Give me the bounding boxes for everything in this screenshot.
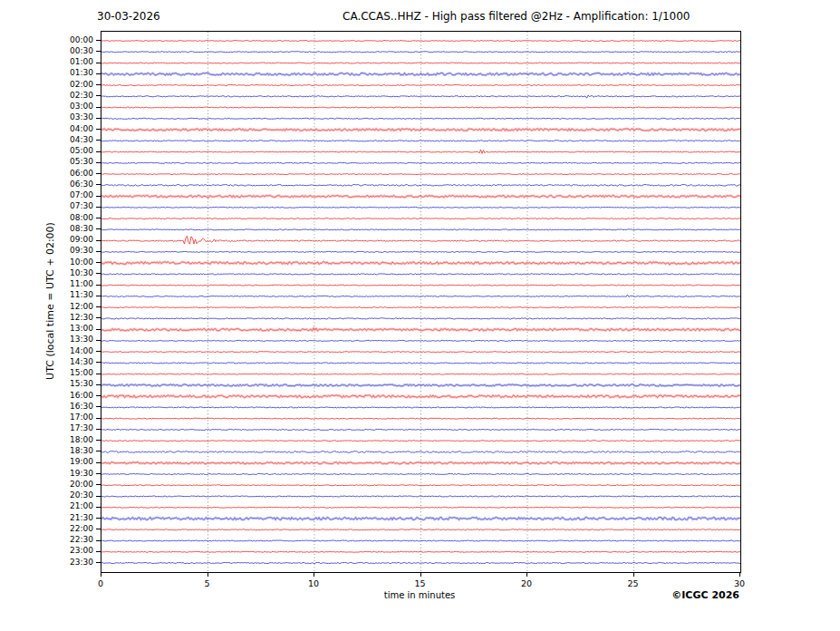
y-tick-mark [96,140,101,141]
x-tick-mark [314,573,314,577]
y-tick-label: 02:30 [0,91,93,101]
trace-row-0100 [101,63,740,63]
y-tick-label: 10:00 [0,257,93,267]
trace-row-1700 [101,418,740,419]
trace-row-0430 [101,141,740,141]
trace-row-0330 [101,118,740,119]
y-tick-label: 16:00 [0,391,93,401]
trace-row-0830 [101,229,740,230]
y-tick-label: 08:00 [0,213,93,223]
trace-row-0900 [101,236,740,244]
x-tick-label: 10 [297,578,330,588]
trace-row-0030 [101,52,740,53]
y-tick-label: 11:00 [0,279,93,289]
y-tick-mark [96,406,101,407]
y-tick-mark [96,173,101,174]
y-tick-label: 10:30 [0,268,93,278]
y-tick-mark [96,340,101,341]
x-tick-label: 15 [404,578,437,588]
y-tick-label: 01:30 [0,68,93,78]
y-tick-label: 20:00 [0,480,93,490]
y-tick-mark [96,151,101,152]
trace-row-2030 [101,496,740,497]
trace-row-1930 [101,473,740,474]
trace-row-0600 [101,174,740,175]
y-tick-mark [96,63,101,63]
y-tick-mark [96,40,101,41]
y-tick-mark [96,95,101,96]
copyright-label: ©ICGC 2026 [603,589,739,601]
trace-row-1500 [101,374,740,374]
trace-row-1730 [101,429,740,430]
x-tick-mark [739,573,740,577]
y-tick-label: 06:30 [0,180,93,189]
y-tick-label: 15:00 [0,368,93,378]
trace-row-1230 [101,318,740,319]
y-tick-label: 19:00 [0,457,93,467]
trace-row-1330 [101,340,740,341]
y-tick-label: 02:00 [0,80,93,90]
y-tick-label: 16:30 [0,402,93,412]
x-tick-mark [526,573,527,577]
y-tick-mark [96,184,101,185]
trace-row-1800 [101,441,740,442]
y-tick-label: 04:30 [0,135,93,145]
trace-row-2330 [101,562,740,563]
y-tick-mark [96,429,101,430]
y-tick-mark [96,395,101,396]
trace-row-2100 [101,507,740,508]
y-tick-label: 20:30 [0,490,93,500]
y-tick-mark [96,273,101,274]
y-tick-label: 18:30 [0,446,93,456]
x-axis-title: time in minutes [352,590,488,600]
x-tick-mark [101,573,101,577]
trace-row-2000 [101,485,740,486]
y-tick-mark [96,73,101,74]
y-tick-mark [96,285,101,286]
trace-row-0730 [101,207,740,208]
x-tick-label: 30 [723,578,756,588]
y-tick-mark [96,218,101,218]
y-tick-label: 13:30 [0,335,93,345]
y-tick-label: 03:00 [0,102,93,112]
y-tick-label: 03:30 [0,112,93,122]
trace-row-0300 [101,107,740,108]
y-tick-mark [96,262,101,263]
y-tick-label: 14:00 [0,346,93,356]
y-tick-label: 23:30 [0,558,93,568]
y-tick-mark [96,462,101,463]
y-tick-mark [96,129,101,130]
y-tick-mark [96,317,101,318]
y-tick-label: 04:00 [0,124,93,134]
y-tick-label: 05:30 [0,157,93,167]
y-tick-label: 14:30 [0,357,93,367]
plot-area [101,31,741,573]
y-tick-label: 07:30 [0,201,93,211]
y-tick-mark [96,562,101,563]
y-tick-mark [96,484,101,485]
y-tick-mark [96,162,101,163]
trace-row-0000 [101,41,740,42]
x-tick-mark [208,573,208,577]
y-tick-label: 21:00 [0,501,93,511]
y-tick-mark [96,496,101,497]
y-tick-mark [96,507,101,508]
y-tick-label: 12:30 [0,313,93,323]
y-tick-mark [96,228,101,229]
y-tick-label: 17:30 [0,423,93,433]
y-tick-label: 13:00 [0,324,93,334]
y-tick-label: 00:00 [0,35,93,45]
y-tick-mark [96,207,101,208]
y-tick-mark [96,118,101,119]
y-tick-label: 15:30 [0,379,93,389]
y-tick-mark [96,473,101,474]
y-tick-mark [96,329,101,330]
helicorder-screenshot: 30-03-2026 CA.CCAS..HHZ - High pass filt… [0,0,840,631]
trace-row-2300 [101,551,740,552]
y-tick-mark [96,84,101,85]
y-tick-mark [96,418,101,419]
trace-row-1100 [101,285,740,286]
y-tick-label: 19:30 [0,469,93,479]
y-tick-mark [96,351,101,352]
y-tick-mark [96,518,101,519]
